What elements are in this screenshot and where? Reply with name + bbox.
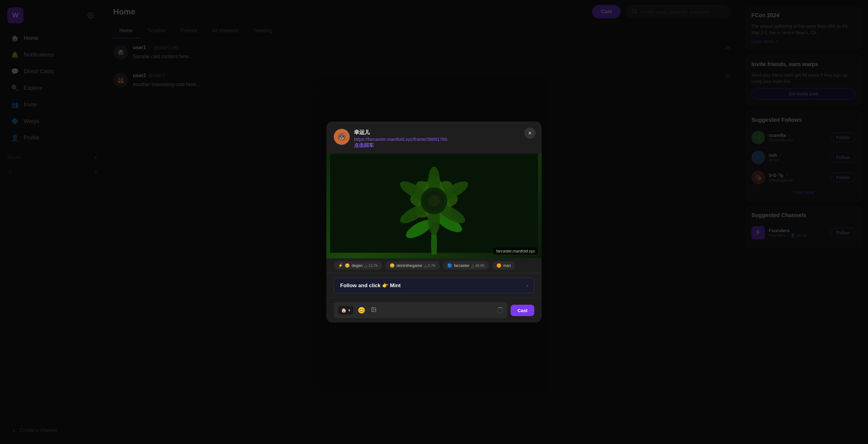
cast-modal: × 🐻 幸运儿 https://farcaster.manifold.xyz/f… bbox=[327, 122, 541, 322]
modal-action-bar: Follow and click 👉 Mint › bbox=[327, 273, 541, 298]
mint-arrow-icon: › bbox=[526, 283, 528, 288]
modal-chinese-text: 点击回车 bbox=[354, 142, 534, 149]
mint-button-label: Follow and click 👉 Mint bbox=[340, 282, 401, 289]
tag-man[interactable]: 🟠 man bbox=[492, 261, 515, 269]
tag-skin-name: skininthegame bbox=[397, 263, 422, 268]
modal-footer: 🏠 ▾ 😊 Cast bbox=[327, 298, 541, 322]
degen-icon: ⚡ bbox=[338, 263, 343, 268]
modal-image-placeholder: farcaster.manifold.xyz bbox=[327, 154, 541, 258]
loading-spinner bbox=[497, 307, 503, 313]
tag-skin-count: △ 2.7K bbox=[424, 263, 436, 268]
modal-user-info: 幸运儿 https://farcaster.manifold.xyz/frame… bbox=[354, 129, 534, 149]
man-icon: 🟠 bbox=[496, 263, 501, 268]
tag-degen-count: △ 13.7K bbox=[365, 263, 378, 268]
modal-tags-row: ⚡ 😐 degen △ 13.7K 😊 skininthegame △ 2.7K… bbox=[327, 258, 541, 273]
svg-point-20 bbox=[372, 308, 373, 309]
modal-username: 幸运儿 bbox=[354, 129, 534, 136]
channel-selector-chevron: ▾ bbox=[348, 308, 350, 313]
tag-farcaster[interactable]: 🔵 farcaster △ 48.9K bbox=[443, 261, 489, 269]
tag-degen[interactable]: ⚡ 😐 degen △ 13.7K bbox=[334, 261, 382, 269]
image-button[interactable] bbox=[370, 306, 378, 315]
tag-degen-name: degen bbox=[351, 263, 363, 268]
tag-man-name: man bbox=[503, 263, 511, 268]
modal-user-avatar: 🐻 bbox=[334, 129, 350, 145]
mint-button[interactable]: Follow and click 👉 Mint › bbox=[334, 278, 534, 293]
modal-reply-input-area: 🏠 ▾ 😊 bbox=[334, 302, 507, 318]
farcaster-icon: 🔵 bbox=[447, 263, 452, 268]
modal-close-button[interactable]: × bbox=[524, 128, 535, 139]
tag-skininthegame[interactable]: 😊 skininthegame △ 2.7K bbox=[385, 261, 440, 269]
home-channel-icon: 🏠 bbox=[341, 308, 346, 313]
skininthegame-icon: 😊 bbox=[390, 263, 395, 268]
tag-farcaster-name: farcaster bbox=[454, 263, 470, 268]
modal-cast-link[interactable]: https://farcaster.manifold.xyz/frame/388… bbox=[354, 136, 447, 142]
flower-svg bbox=[330, 154, 538, 255]
channel-selector[interactable]: 🏠 ▾ bbox=[338, 306, 353, 315]
modal-overlay[interactable]: × 🐻 幸运儿 https://farcaster.manifold.xyz/f… bbox=[0, 0, 868, 444]
modal-header: 🐻 幸运儿 https://farcaster.manifold.xyz/fra… bbox=[327, 122, 541, 154]
tag-farcaster-count: △ 48.9K bbox=[471, 263, 485, 268]
modal-image-watermark: farcaster.manifold.xyz bbox=[493, 248, 538, 255]
modal-image-area: farcaster.manifold.xyz bbox=[327, 154, 541, 258]
tag-degen-face: 😐 bbox=[345, 263, 350, 268]
emoji-button[interactable]: 😊 bbox=[356, 305, 367, 315]
svg-point-18 bbox=[428, 195, 440, 207]
modal-cast-button[interactable]: Cast bbox=[510, 305, 534, 316]
